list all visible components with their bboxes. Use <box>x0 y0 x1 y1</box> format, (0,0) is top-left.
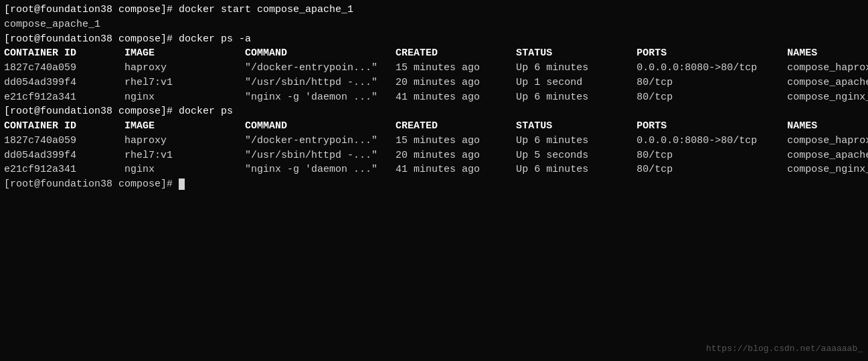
line-6: dd054ad399f4 rhel7:v1 "/usr/sbin/httpd -… <box>4 76 864 90</box>
line-9-header: CONTAINER ID IMAGE COMMAND CREATED STATU… <box>4 119 864 134</box>
line-5: 1827c740a059 haproxy "/docker-entrypoin.… <box>4 61 864 76</box>
line-11: dd054ad399f4 rhel7:v1 "/usr/sbin/httpd -… <box>4 148 864 163</box>
line-3: [root@foundation38 compose]# docker ps -… <box>4 32 864 47</box>
terminal-window: [root@foundation38 compose]# docker star… <box>0 0 868 361</box>
line-8: [root@foundation38 compose]# docker ps <box>4 104 864 119</box>
line-7: e21cf912a341 nginx "nginx -g 'daemon ...… <box>4 90 864 105</box>
line-12: e21cf912a341 nginx "nginx -g 'daemon ...… <box>4 162 864 177</box>
watermark: https://blog.csdn.net/aaaaaab_ <box>706 343 863 356</box>
line-4-header: CONTAINER ID IMAGE COMMAND CREATED STATU… <box>4 46 864 61</box>
line-2: compose_apache_1 <box>4 17 864 32</box>
line-13-prompt[interactable]: [root@foundation38 compose]# <box>4 177 864 192</box>
line-10: 1827c740a059 haproxy "/docker-entrypoin.… <box>4 134 864 148</box>
line-1: [root@foundation38 compose]# docker star… <box>4 3 864 17</box>
